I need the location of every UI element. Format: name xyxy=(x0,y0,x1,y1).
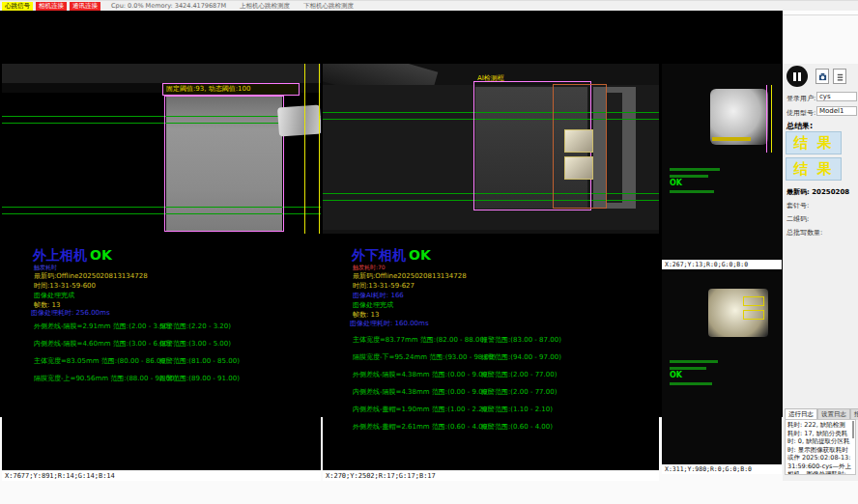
login-user-field[interactable]: cys xyxy=(816,92,857,101)
result-box-1: 结 果 xyxy=(786,131,842,154)
lower-camera-heartbeat-text: 下相机心跳检测度 xyxy=(303,2,354,11)
defect-thumbnail xyxy=(564,129,593,153)
result-ok: OK xyxy=(409,247,431,263)
aux-camera-view-2[interactable]: OK xyxy=(662,271,782,464)
connector-part xyxy=(277,105,321,137)
barcode-text: 最新码:Offline2025020813134728 xyxy=(353,271,467,281)
process-time: 图像处理耗时: 160.00ms xyxy=(350,319,429,328)
qr-code-label: 二维码: xyxy=(786,214,809,224)
camera-connection-badge: 相机连接 xyxy=(36,2,67,11)
green-text-line xyxy=(670,382,712,385)
comm-connection-badge: 通讯连接 xyxy=(70,2,100,11)
login-user-label: 登录用户: xyxy=(786,94,815,103)
lower-camera-image: AI检测框 xyxy=(323,64,659,234)
green-text-line xyxy=(670,360,718,363)
result-ok: OK xyxy=(90,247,112,263)
latest-code-label: 最新码: 20250208 xyxy=(786,187,849,197)
sidebar: 登录用户: cys 使用型号: Model1 总结果: 结 果 结 果 最新码:… xyxy=(783,64,858,481)
upper-camera-image: 固定阈值:93, 动态阈值:100 xyxy=(2,64,321,234)
pixel-info-aux-1: X:267;Y:13;R:0;G:0;B:0 xyxy=(662,260,782,269)
green-text-line xyxy=(670,168,720,171)
camera-icon xyxy=(818,72,827,81)
green-text-line xyxy=(670,190,714,193)
result-ok: OK xyxy=(670,371,682,379)
pause-icon xyxy=(798,72,801,81)
upper-camera-heartbeat-text: 上相机心跳检测度 xyxy=(240,2,290,11)
capture-button[interactable] xyxy=(815,69,829,84)
label-box xyxy=(743,310,764,320)
camera-name: 外上相机 xyxy=(33,247,87,263)
label-box xyxy=(743,296,764,306)
ai-box-label: AI检测框 xyxy=(477,73,504,83)
pixel-info-aux-2: X:311;Y:980;R:0;G:0;B:0 xyxy=(662,464,782,474)
camera-result-title: 外上相机OK xyxy=(33,247,112,265)
status-text: 图像处理完成 xyxy=(34,291,74,300)
process-time: 图像处理耗时: 256.00ms xyxy=(31,308,110,318)
camera-view-upper[interactable]: 固定阈值:93, 动态阈值:100 外上相机OK 触发耗时 最新码:Offlin… xyxy=(2,64,321,470)
total-result-label: 总结果: xyxy=(786,121,813,131)
result-ok: OK xyxy=(670,179,682,187)
pixel-info-upper: X:7677;Y:891;R:14;G:14;B:14 xyxy=(2,471,321,481)
pixel-info-lower: X:270;Y:2502;R:17;G:17;B:17 xyxy=(323,471,659,481)
model-label: 使用型号: xyxy=(786,108,815,118)
threshold-label: 固定阈值:93, 动态阈值:100 xyxy=(162,83,300,96)
barcode-text: 最新码:Offline2025020813134728 xyxy=(34,271,148,281)
camera-name: 外下相机 xyxy=(352,247,406,263)
status-bar: 心跳信号 相机连接 通讯连接 Cpu: 0.0% Memory: 3424.41… xyxy=(0,0,858,11)
green-text-line xyxy=(670,175,708,178)
aux-camera-view-1[interactable]: OK xyxy=(662,64,782,260)
needle-number-label: 套针号: xyxy=(786,201,809,210)
time-text: 时间:13-31-59-600 xyxy=(34,281,96,291)
pause-button[interactable] xyxy=(786,66,808,87)
defect-thumbnail xyxy=(564,156,593,180)
batch-count-label: 总批写数量: xyxy=(786,228,822,238)
status-text: 图像处理完成 xyxy=(353,300,393,310)
camera-result-title: 外下相机OK xyxy=(352,247,431,265)
heartbeat-status-badge: 心跳信号 xyxy=(2,2,33,11)
model-field[interactable]: Model1 xyxy=(816,106,857,116)
camera-view-lower[interactable]: AI检测框 外下相机OK 触发耗时:70 最新码:Offline20250208… xyxy=(323,64,659,470)
app-window: CYS-视觉检测系统 — ▢ ✕ C 系统配置 相机配置 通讯配置 IO卡配置 … xyxy=(0,0,858,504)
tools-button[interactable] xyxy=(833,69,846,84)
time-text: 时间:13-31-59-627 xyxy=(353,281,415,291)
cpu-memory-text: Cpu: 0.0% Memory: 3424.4179687M xyxy=(111,2,226,10)
result-box-2: 结 果 xyxy=(786,157,842,181)
log-scrollbar[interactable] xyxy=(852,421,854,438)
green-text-line xyxy=(670,367,706,370)
wrench-icon xyxy=(836,72,844,81)
roi-rect xyxy=(164,96,284,232)
log-output[interactable]: 耗时: 222, 缺陷检测耗时: 17, 缺陷分类耗时: 0, 缺陷提取分区耗时… xyxy=(785,419,856,475)
pause-icon xyxy=(793,72,796,81)
ai-time: 图像AI耗时: 166 xyxy=(353,291,404,300)
